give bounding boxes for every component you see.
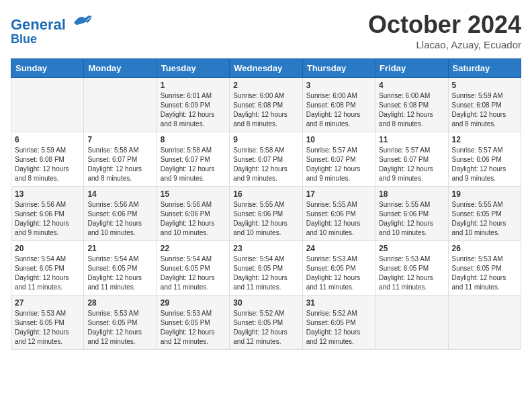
day-number: 20: [15, 244, 80, 253]
day-details: Sunrise: 5:54 AMSunset: 6:05 PMDaylight:…: [15, 255, 80, 292]
col-header-wednesday: Wednesday: [230, 59, 302, 78]
calendar-cell: 11Sunrise: 5:57 AMSunset: 6:07 PMDayligh…: [375, 132, 448, 187]
calendar-cell: 3Sunrise: 6:00 AMSunset: 6:08 PMDaylight…: [302, 78, 375, 132]
col-header-tuesday: Tuesday: [157, 59, 229, 78]
day-details: Sunrise: 5:54 AMSunset: 6:05 PMDaylight:…: [87, 255, 152, 292]
day-details: Sunrise: 5:55 AMSunset: 6:05 PMDaylight:…: [452, 200, 517, 238]
page-header: General Blue October 2024 Llacao, Azuay,…: [11, 11, 521, 50]
calendar-cell: 30Sunrise: 5:52 AMSunset: 6:05 PMDayligh…: [230, 295, 302, 350]
day-details: Sunrise: 5:57 AMSunset: 6:07 PMDaylight:…: [379, 146, 444, 183]
day-details: Sunrise: 5:53 AMSunset: 6:05 PMDaylight:…: [452, 255, 517, 292]
day-details: Sunrise: 5:56 AMSunset: 6:06 PMDaylight:…: [161, 200, 226, 238]
day-number: 17: [306, 189, 371, 199]
day-number: 15: [161, 189, 226, 199]
calendar-cell: 23Sunrise: 5:54 AMSunset: 6:05 PMDayligh…: [230, 241, 302, 295]
day-details: Sunrise: 5:55 AMSunset: 6:06 PMDaylight:…: [233, 200, 298, 238]
day-number: 7: [87, 135, 152, 144]
calendar-cell: 5Sunrise: 5:59 AMSunset: 6:08 PMDaylight…: [448, 78, 521, 132]
calendar-cell: 25Sunrise: 5:53 AMSunset: 6:05 PMDayligh…: [375, 241, 448, 295]
calendar-cell: [448, 295, 521, 350]
calendar-cell: 16Sunrise: 5:55 AMSunset: 6:06 PMDayligh…: [230, 187, 302, 241]
calendar-cell: 9Sunrise: 5:58 AMSunset: 6:07 PMDaylight…: [230, 132, 302, 187]
day-number: 3: [306, 81, 371, 90]
col-header-monday: Monday: [84, 59, 157, 78]
calendar-cell: 7Sunrise: 5:58 AMSunset: 6:07 PMDaylight…: [84, 132, 157, 187]
calendar-cell: 27Sunrise: 5:53 AMSunset: 6:05 PMDayligh…: [11, 295, 84, 350]
day-number: 13: [15, 189, 80, 199]
day-details: Sunrise: 5:58 AMSunset: 6:07 PMDaylight:…: [87, 146, 152, 183]
day-details: Sunrise: 5:52 AMSunset: 6:05 PMDaylight:…: [233, 309, 298, 347]
day-number: 10: [306, 135, 371, 144]
col-header-sunday: Sunday: [11, 59, 84, 78]
calendar-cell: [84, 78, 157, 132]
week-row-3: 13Sunrise: 5:56 AMSunset: 6:06 PMDayligh…: [11, 187, 521, 241]
day-number: 12: [452, 135, 517, 144]
calendar-cell: 15Sunrise: 5:56 AMSunset: 6:06 PMDayligh…: [157, 187, 229, 241]
calendar-cell: 6Sunrise: 5:59 AMSunset: 6:08 PMDaylight…: [11, 132, 84, 187]
logo-general: General: [11, 16, 66, 33]
title-area: October 2024 Llacao, Azuay, Ecuador: [368, 11, 521, 50]
calendar-cell: 10Sunrise: 5:57 AMSunset: 6:07 PMDayligh…: [302, 132, 375, 187]
day-number: 14: [87, 189, 152, 199]
calendar-cell: 19Sunrise: 5:55 AMSunset: 6:05 PMDayligh…: [448, 187, 521, 241]
day-number: 31: [306, 298, 371, 308]
day-number: 5: [452, 81, 517, 90]
calendar-cell: 17Sunrise: 5:55 AMSunset: 6:06 PMDayligh…: [302, 187, 375, 241]
calendar-table: SundayMondayTuesdayWednesdayThursdayFrid…: [11, 58, 521, 350]
col-header-thursday: Thursday: [302, 59, 375, 78]
day-number: 16: [233, 189, 298, 199]
calendar-cell: 8Sunrise: 5:58 AMSunset: 6:07 PMDaylight…: [157, 132, 229, 187]
calendar-cell: 26Sunrise: 5:53 AMSunset: 6:05 PMDayligh…: [448, 241, 521, 295]
calendar-cell: 18Sunrise: 5:55 AMSunset: 6:06 PMDayligh…: [375, 187, 448, 241]
day-number: 22: [161, 244, 226, 253]
calendar-cell: 1Sunrise: 6:01 AMSunset: 6:09 PMDaylight…: [157, 78, 229, 132]
calendar-cell: 14Sunrise: 5:56 AMSunset: 6:06 PMDayligh…: [84, 187, 157, 241]
day-number: 1: [161, 81, 226, 90]
location-subtitle: Llacao, Azuay, Ecuador: [368, 39, 521, 50]
day-number: 21: [87, 244, 152, 253]
day-number: 29: [161, 298, 226, 308]
logo-bird-icon: [71, 11, 93, 30]
day-number: 27: [15, 298, 80, 308]
day-details: Sunrise: 5:54 AMSunset: 6:05 PMDaylight:…: [233, 255, 298, 292]
day-number: 8: [161, 135, 226, 144]
day-details: Sunrise: 5:53 AMSunset: 6:05 PMDaylight:…: [379, 255, 444, 292]
day-number: 28: [87, 298, 152, 308]
day-details: Sunrise: 6:00 AMSunset: 6:08 PMDaylight:…: [379, 91, 444, 129]
day-details: Sunrise: 5:53 AMSunset: 6:05 PMDaylight:…: [161, 309, 226, 347]
day-details: Sunrise: 5:55 AMSunset: 6:06 PMDaylight:…: [306, 200, 371, 238]
day-details: Sunrise: 5:53 AMSunset: 6:05 PMDaylight:…: [87, 309, 152, 347]
day-details: Sunrise: 5:56 AMSunset: 6:06 PMDaylight:…: [15, 200, 80, 238]
week-row-4: 20Sunrise: 5:54 AMSunset: 6:05 PMDayligh…: [11, 241, 521, 295]
day-details: Sunrise: 5:54 AMSunset: 6:05 PMDaylight:…: [161, 255, 226, 292]
col-header-friday: Friday: [375, 59, 448, 78]
week-row-1: 1Sunrise: 6:01 AMSunset: 6:09 PMDaylight…: [11, 78, 521, 132]
logo: General Blue: [11, 11, 93, 46]
calendar-cell: [375, 295, 448, 350]
day-details: Sunrise: 5:59 AMSunset: 6:08 PMDaylight:…: [452, 91, 517, 129]
day-number: 6: [15, 135, 80, 144]
day-number: 11: [379, 135, 444, 144]
day-details: Sunrise: 5:52 AMSunset: 6:05 PMDaylight:…: [306, 309, 371, 347]
week-row-5: 27Sunrise: 5:53 AMSunset: 6:05 PMDayligh…: [11, 295, 521, 350]
col-header-saturday: Saturday: [448, 59, 521, 78]
day-number: 25: [379, 244, 444, 253]
day-details: Sunrise: 5:57 AMSunset: 6:06 PMDaylight:…: [452, 146, 517, 183]
day-number: 18: [379, 189, 444, 199]
day-number: 24: [306, 244, 371, 253]
day-details: Sunrise: 5:53 AMSunset: 6:05 PMDaylight:…: [15, 309, 80, 347]
day-number: 23: [233, 244, 298, 253]
calendar-cell: 31Sunrise: 5:52 AMSunset: 6:05 PMDayligh…: [302, 295, 375, 350]
calendar-cell: 21Sunrise: 5:54 AMSunset: 6:05 PMDayligh…: [84, 241, 157, 295]
header-row: SundayMondayTuesdayWednesdayThursdayFrid…: [11, 59, 521, 78]
calendar-cell: [11, 78, 84, 132]
logo-blue: Blue: [11, 32, 37, 46]
day-details: Sunrise: 5:56 AMSunset: 6:06 PMDaylight:…: [87, 200, 152, 238]
month-title: October 2024: [368, 11, 521, 39]
day-details: Sunrise: 6:00 AMSunset: 6:08 PMDaylight:…: [233, 91, 298, 129]
day-details: Sunrise: 5:59 AMSunset: 6:08 PMDaylight:…: [15, 146, 80, 183]
day-number: 9: [233, 135, 298, 144]
day-number: 4: [379, 81, 444, 90]
week-row-2: 6Sunrise: 5:59 AMSunset: 6:08 PMDaylight…: [11, 132, 521, 187]
calendar-cell: 13Sunrise: 5:56 AMSunset: 6:06 PMDayligh…: [11, 187, 84, 241]
